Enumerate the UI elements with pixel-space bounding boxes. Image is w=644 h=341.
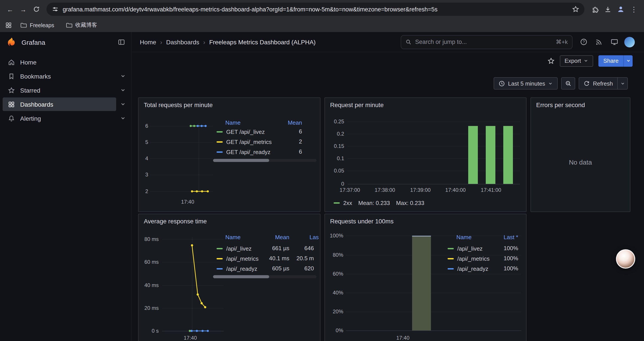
legend-row[interactable]: GET /api/_readyz (216, 147, 270, 157)
sidebar-row-bookmarks: Bookmarks (0, 69, 131, 83)
screen: ← → ⋮ (0, 0, 644, 341)
grafana-logo[interactable] (6, 37, 17, 48)
chevron-down-icon[interactable] (120, 73, 126, 79)
gridline (150, 142, 213, 143)
panel-title[interactable]: Requests under 100ms (330, 218, 394, 225)
legend-last-value: 100% (504, 264, 518, 273)
chevron-down-icon[interactable] (120, 101, 126, 107)
bookmark-star-icon[interactable] (572, 6, 579, 13)
refresh-icon (584, 80, 590, 87)
panel-title[interactable]: Total requests per minute (144, 101, 212, 108)
breadcrumb-home[interactable]: Home (140, 38, 156, 46)
sidebar-item-bookmarks[interactable]: Bookmarks (3, 69, 116, 83)
refresh-interval-dropdown[interactable] (617, 77, 628, 90)
apps-grid-icon[interactable] (5, 22, 12, 29)
bookmark-folder-blogs[interactable]: 收藏博客 (62, 20, 100, 30)
bar-2xx[interactable] (468, 126, 478, 184)
sidebar-item-starred[interactable]: Starred (3, 83, 116, 97)
chevron-down-icon[interactable] (120, 115, 126, 121)
y-tick: 0 s (138, 328, 159, 334)
legend-header-last[interactable]: Last * (504, 233, 518, 242)
reload-icon[interactable] (30, 3, 43, 16)
legend-series-name: GET /api/_livez (226, 128, 265, 135)
y-tick: 5 (138, 139, 148, 145)
search-box[interactable]: ⌘+k (401, 35, 572, 49)
menu-icon[interactable]: ⋮ (627, 3, 640, 16)
sidebar-item-dashboards[interactable]: Dashboards (3, 97, 116, 111)
help-icon[interactable]: ? (577, 35, 590, 49)
y-tick: 0.15 (325, 143, 344, 149)
svg-text:?: ? (582, 40, 584, 44)
sidebar-item-home[interactable]: Home (3, 55, 116, 69)
sidebar-item-alerting[interactable]: Alerting (3, 112, 116, 125)
downloads-icon[interactable] (601, 3, 614, 16)
legend-row[interactable]: /api/_metrics (448, 254, 490, 263)
panel-title[interactable]: Average response time (144, 218, 207, 225)
legend-row[interactable]: /api/_readyz (448, 264, 488, 273)
bar-under-100ms[interactable] (412, 236, 431, 330)
scrollbar-thumb[interactable] (213, 275, 269, 278)
dock-menu-icon[interactable] (118, 39, 125, 46)
bookmark-label: 收藏博客 (75, 22, 97, 29)
scrollbar-thumb[interactable] (213, 159, 269, 162)
zoom-out-button[interactable] (561, 77, 576, 90)
floating-avatar[interactable] (616, 249, 635, 269)
x-tick: 17:38:00 (371, 187, 399, 193)
legend-header-mean[interactable]: Mean (275, 233, 289, 242)
legend-row[interactable]: /api/_livez (448, 244, 483, 253)
chevron-down-icon[interactable] (120, 87, 126, 93)
legend-scrollbar[interactable] (213, 159, 316, 162)
extensions-icon[interactable] (588, 3, 601, 16)
breadcrumb-dashboards[interactable]: Dashboards (166, 38, 199, 46)
series-color-dash (448, 268, 454, 269)
site-controls-icon[interactable] (52, 6, 59, 13)
bookmark-folder-freeleaps[interactable]: Freeleaps (17, 21, 57, 30)
y-tick: 60% (325, 271, 343, 277)
bar-2xx[interactable] (486, 126, 496, 184)
chevron-down-icon (584, 58, 588, 63)
y-tick: 0.25 (325, 119, 344, 125)
panel-title[interactable]: Errors per second (536, 101, 585, 108)
legend-series-name: /api/_readyz (226, 265, 257, 272)
gridline (162, 239, 224, 240)
legend-header-name[interactable]: Name (225, 233, 240, 242)
search-input[interactable] (415, 39, 552, 45)
share-button[interactable]: Share (599, 55, 624, 67)
export-button[interactable]: Export (560, 55, 593, 67)
bar-2xx[interactable] (503, 126, 513, 184)
favorite-star-icon[interactable] (547, 57, 554, 64)
legend-row[interactable]: /api/_livez (216, 244, 252, 253)
refresh-button[interactable]: Refresh (579, 77, 618, 90)
y-tick: 0 (325, 181, 344, 187)
dashboard-actions: Export Share (547, 55, 632, 67)
back-icon[interactable]: ← (4, 3, 17, 16)
gridline (150, 191, 213, 192)
legend-series-name: /api/_readyz (457, 265, 488, 272)
legend-row[interactable]: GET /api/_metrics (216, 137, 272, 147)
time-range-picker[interactable]: Last 5 minutes (494, 77, 558, 90)
legend-row[interactable]: /api/_readyz (216, 264, 257, 273)
sidebar-row-dashboards: Dashboards (0, 97, 131, 111)
legend-header-last[interactable]: Las (310, 233, 319, 242)
forward-icon[interactable]: → (17, 3, 30, 16)
legend-header-name[interactable]: Name (456, 233, 472, 242)
legend-row[interactable]: GET /api/_livez (216, 127, 265, 137)
sidebar-row-home: Home (0, 55, 131, 69)
rss-icon[interactable] (592, 35, 606, 49)
share-dropdown-button[interactable] (624, 55, 632, 67)
profile-icon[interactable] (614, 3, 627, 16)
panel-title[interactable]: Request per minute (330, 101, 384, 108)
user-avatar[interactable] (623, 35, 636, 49)
legend-header-name[interactable]: Name (225, 118, 240, 128)
breadcrumb-separator: › (160, 38, 162, 46)
sidebar-item-label: Dashboards (20, 101, 53, 108)
legend-row[interactable]: /api/_metrics (216, 254, 258, 263)
monitor-icon[interactable] (608, 35, 621, 49)
url-input[interactable] (63, 6, 568, 13)
address-bar[interactable] (46, 3, 584, 16)
brand-row: Grafana (0, 32, 131, 52)
legend-header-mean[interactable]: Mean (288, 118, 302, 128)
legend-scrollbar[interactable] (213, 275, 316, 278)
gridline (348, 122, 520, 122)
legend-row[interactable]: 2xx Mean: 0.233 Max: 0.233 (334, 198, 424, 208)
